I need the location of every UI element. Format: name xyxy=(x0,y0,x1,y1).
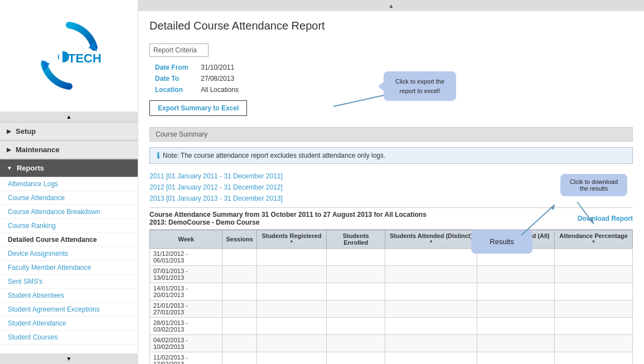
svg-text:i: i xyxy=(59,55,61,63)
table-cell xyxy=(222,300,256,318)
table-body: 31/12/2012 - 06/01/201307/01/2013 - 13/0… xyxy=(150,249,633,365)
table-cell xyxy=(477,318,554,335)
table-cell xyxy=(256,335,326,352)
table-cell xyxy=(256,300,326,318)
table-row: 07/01/2013 - 13/01/2013 xyxy=(150,266,633,283)
table-cell: 28/01/2013 - 03/02/2013 xyxy=(150,318,222,335)
table-cell: 21/01/2013 - 27/01/2013 xyxy=(150,300,222,318)
content-area: Detailed Course Attendance Report Report… xyxy=(138,11,644,364)
table-row: 04/02/2013 - 10/02/2013 xyxy=(150,335,633,352)
date-to-label: Date To xyxy=(151,74,195,84)
table-cell xyxy=(477,283,554,300)
table-cell: 04/02/2013 - 10/02/2013 xyxy=(150,335,222,352)
table-cell: 31/12/2012 - 06/01/2013 xyxy=(150,249,222,266)
table-cell xyxy=(256,283,326,300)
table-cell xyxy=(554,249,632,266)
table-cell xyxy=(222,335,256,352)
table-cell xyxy=(385,318,477,335)
results-tooltip-arrow xyxy=(521,202,566,235)
table-cell: 14/01/2013 - 20/01/2013 xyxy=(150,283,222,300)
criteria-table: Date From 31/10/2011 Date To 27/08/2013 … xyxy=(149,61,244,96)
setup-label: Setup xyxy=(16,127,36,135)
table-cell xyxy=(477,266,554,283)
table-cell xyxy=(326,300,385,318)
table-cell xyxy=(222,283,256,300)
nav-item-faculty-member-attendance[interactable]: Faculty Member Attendance xyxy=(0,261,138,275)
download-tooltip-arrow xyxy=(577,202,611,230)
svg-line-8 xyxy=(521,205,555,235)
table-row: 31/12/2012 - 06/01/2013 xyxy=(150,249,633,266)
nav-item-attendance-logs[interactable]: Attendance Logs xyxy=(0,177,138,191)
table-cell xyxy=(554,335,632,352)
nav-group-setup-header[interactable]: ▶ Setup xyxy=(0,123,138,140)
svg-line-7 xyxy=(333,95,384,106)
criteria-row-location: Location All Locations xyxy=(151,85,243,95)
export-tooltip-text: Click to export the report to excel! xyxy=(395,78,444,94)
page-title: Detailed Course Attendance Report xyxy=(149,20,633,35)
maintenance-label: Maintenance xyxy=(16,145,60,154)
table-cell xyxy=(326,335,385,352)
nav-item-detailed-course-attendance[interactable]: Detailed Course Attendance xyxy=(0,233,138,247)
reports-arrow-icon: ▼ xyxy=(7,165,12,171)
svg-text:TECH: TECH xyxy=(68,51,101,65)
location-label: Location xyxy=(151,85,195,95)
table-cell xyxy=(256,249,326,266)
nav-group-reports-header[interactable]: ▼ Reports xyxy=(0,159,138,177)
criteria-row-date-to: Date To 27/08/2013 xyxy=(151,74,243,84)
date-from-label: Date From xyxy=(151,62,195,72)
table-row: 14/01/2013 - 20/01/2013 xyxy=(150,283,633,300)
scroll-up-btn[interactable]: ▲ xyxy=(0,111,138,122)
export-tooltip: Click to export the report to excel! xyxy=(384,71,456,101)
reports-nav-items: Attendance Logs Course Attendance Course… xyxy=(0,177,138,344)
table-cell xyxy=(222,266,256,283)
nav-group-maintenance: ▶ Maintenance xyxy=(0,140,138,159)
download-tooltip-text: Clcik to download the results xyxy=(570,178,618,192)
location-value: All Locations xyxy=(196,85,243,95)
table-cell: 11/02/2013 - 17/02/2013 xyxy=(150,352,222,365)
table-cell xyxy=(477,335,554,352)
svg-marker-9 xyxy=(550,205,555,210)
note-box: ℹ Note: The course attendance report exc… xyxy=(149,147,633,164)
course-name: 2013: DemoCourse - Demo Course xyxy=(149,219,427,226)
table-cell xyxy=(326,318,385,335)
setup-arrow-icon: ▶ xyxy=(7,128,11,134)
table-cell xyxy=(385,352,477,365)
nav-item-student-courses[interactable]: Student Courses xyxy=(0,331,138,344)
reports-label: Reports xyxy=(17,164,44,172)
nav-item-course-attendance[interactable]: Course Attendance xyxy=(0,191,138,205)
table-cell xyxy=(256,318,326,335)
nav-item-course-ranking[interactable]: Course Ranking xyxy=(0,219,138,233)
table-cell xyxy=(477,300,554,318)
report-criteria-section: Report Criteria Date From 31/10/2011 Dat… xyxy=(149,43,633,122)
nav-item-student-attendance[interactable]: Student Attendance xyxy=(0,317,138,331)
table-cell xyxy=(554,283,632,300)
course-summary-details: Course Attendance Summary from 31 Octobe… xyxy=(149,207,633,230)
table-cell xyxy=(256,352,326,365)
nav-item-course-attendance-breakdown[interactable]: Course Attendance Breakdown xyxy=(0,205,138,219)
sidebar: TECH i ▲ ▶ Setup ▶ Maintenance ▼ Reports… xyxy=(0,0,138,364)
nav-item-student-absentees[interactable]: Student Absentees xyxy=(0,289,138,303)
th-students-attended-distinct: Students Attended (Distinct) * xyxy=(385,230,477,249)
attendance-table: Week Sessions Students Registered * Stud… xyxy=(149,230,633,364)
nav-item-device-assignments[interactable]: Device Assignments xyxy=(0,247,138,261)
nav-group-reports: ▼ Reports Attendance Logs Course Attenda… xyxy=(0,159,138,344)
table-row: 11/02/2013 - 17/02/2013 xyxy=(150,352,633,365)
scroll-down-btn[interactable]: ▼ xyxy=(0,353,138,364)
report-criteria-label: Report Criteria xyxy=(149,43,209,57)
summary-text: Course Attendance Summary from 31 Octobe… xyxy=(149,211,427,219)
table-cell xyxy=(477,352,554,365)
nav-group-maintenance-header[interactable]: ▶ Maintenance xyxy=(0,141,138,159)
criteria-row-date-from: Date From 31/10/2011 xyxy=(151,62,243,72)
th-students-enrolled: Students Enrolled xyxy=(326,230,385,249)
main-content: ▲ Detailed Course Attendance Report Repo… xyxy=(138,0,644,364)
table-cell xyxy=(222,249,256,266)
main-scroll-up[interactable]: ▲ xyxy=(138,0,644,11)
nav-item-sent-sms[interactable]: Sent SMS's xyxy=(0,275,138,289)
table-cell xyxy=(222,318,256,335)
nav-item-student-agreement-exceptions[interactable]: Student Agreement Exceptions xyxy=(0,303,138,317)
table-cell xyxy=(554,318,632,335)
nav-group-setup: ▶ Setup xyxy=(0,122,138,140)
table-cell xyxy=(554,352,632,365)
export-summary-button[interactable]: Export Summary to Excel xyxy=(149,100,247,116)
download-tooltip: Clcik to download the results xyxy=(560,174,627,196)
